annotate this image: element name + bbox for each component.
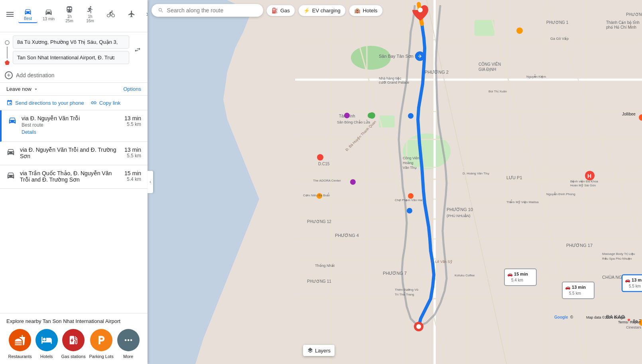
svg-text:(PHÚ NHUẬN): (PHÚ NHUẬN) (447, 213, 471, 218)
parking-label: Parking Lots (89, 354, 114, 359)
svg-text:Jollibee: Jollibee (622, 112, 636, 116)
origin-input[interactable] (13, 35, 129, 49)
gas-filter-label: Gas (280, 8, 290, 14)
transport-mode-drive[interactable]: 13 min (39, 6, 58, 23)
add-destination-button[interactable]: + Add destination (0, 68, 148, 82)
transport-mode-walk[interactable]: 1h 16m (81, 4, 100, 25)
layers-button[interactable]: Layers (303, 345, 335, 356)
search-icon (158, 7, 164, 14)
svg-point-55 (350, 179, 356, 185)
svg-text:5.5 km: 5.5 km (569, 291, 581, 296)
explore-gas-stations[interactable]: Gas stations (61, 329, 86, 359)
explore-more[interactable]: More (117, 329, 140, 359)
svg-text:Công Viên: Công Viên (403, 156, 419, 160)
transport-mode-transit[interactable]: 1h 25m (60, 4, 79, 25)
options-button[interactable]: Options (123, 86, 141, 92)
transport-transit-label: 1h 25m (63, 14, 76, 23)
destination-input[interactable] (13, 51, 129, 64)
plus-icon: + (5, 71, 13, 79)
svg-text:D. Lê Văn Sỹ: D. Lê Văn Sỹ (431, 260, 453, 264)
copy-link-label: Copy link (99, 100, 120, 106)
route-via-2: via Đ. Nguyễn Văn Trỗi and Đ. Trường Sơn (20, 147, 120, 159)
svg-text:PHƯỜNG 4: PHƯỜNG 4 (335, 233, 359, 238)
route-item-2[interactable]: via Đ. Nguyễn Văn Trỗi and Đ. Trường Sơn… (0, 142, 148, 165)
svg-text:Văn Thụ: Văn Thụ (403, 166, 417, 170)
route-info-3: via Trần Quốc Thảo, Đ. Nguyễn Văn Trỗi a… (20, 170, 120, 184)
route-line (7, 47, 8, 59)
route-time-1: 13 min (124, 115, 141, 121)
svg-text:H: H (587, 173, 591, 179)
svg-text:Nguyễn Đình Phùng: Nguyễn Đình Phùng (546, 192, 575, 196)
restaurants-label: Restaurants (8, 354, 32, 359)
options-label: Options (123, 86, 141, 92)
transport-drive-label: 13 min (43, 17, 55, 21)
input-dots (5, 35, 10, 65)
route-item-3[interactable]: via Trần Quốc Thảo, Đ. Nguyễn Văn Trỗi a… (0, 165, 148, 189)
filter-hotels[interactable]: 🏨 Hotels (349, 5, 383, 16)
leave-now-label: Leave now (6, 86, 32, 92)
send-directions-label: Send directions to your phone (15, 100, 84, 106)
menu-button[interactable] (5, 10, 15, 18)
route-time-3: 15 min (124, 170, 141, 176)
svg-point-54 (344, 113, 350, 118)
svg-text:PHƯỜNG 1: PHƯỜNG 1 (546, 20, 569, 25)
svg-point-30 (416, 324, 421, 329)
inputs-section (0, 32, 148, 68)
svg-text:Hoàng: Hoàng (403, 161, 414, 165)
transport-mode-flight[interactable] (122, 8, 141, 20)
route-time-2: 13 min (124, 147, 141, 153)
svg-text:Bùi Thị Xuân: Bùi Thị Xuân (488, 90, 507, 93)
leave-now-button[interactable]: Leave now (6, 86, 39, 92)
route-via-3: via Trần Quốc Thảo, Đ. Nguyễn Văn Trỗi a… (20, 170, 120, 183)
copy-link-button[interactable]: Copy link (91, 100, 120, 106)
svg-text:Chợ Phạm Văn Hai: Chợ Phạm Văn Hai (395, 198, 423, 202)
transport-mode-bike[interactable] (101, 8, 120, 20)
explore-icons: Restaurants Hotels Gas stations Parking … (6, 329, 141, 359)
transport-mode-best[interactable]: Best (18, 6, 37, 23)
swap-button[interactable] (132, 45, 143, 56)
route-car-icon-1 (8, 115, 17, 126)
route-search-input[interactable] (167, 7, 257, 14)
svg-text:D. Hoàng Văn Thụ: D. Hoàng Văn Thụ (463, 172, 489, 175)
transport-modes: Best 13 min 1h 25m 1h 16m (18, 4, 141, 25)
route-item-1[interactable]: via Đ. Nguyễn Văn Trỗi Best route Detail… (0, 110, 148, 142)
share-bar: Send directions to your phone Copy link (0, 96, 148, 110)
svg-text:🚗 15 min: 🚗 15 min (507, 271, 528, 277)
explore-restaurants[interactable]: Restaurants (8, 329, 32, 359)
hotels-filter-label: Hotels (363, 8, 378, 14)
send-directions-button[interactable]: Send directions to your phone (6, 100, 84, 106)
svg-text:Terms: Terms (618, 320, 628, 324)
svg-text:🚗 13 min: 🚗 13 min (565, 284, 586, 290)
svg-text:PHƯỜNG 7: PHƯỜNG 7 (383, 271, 407, 276)
ev-filter-label: EV charging (312, 8, 341, 14)
transport-walk-label: 1h 16m (84, 14, 96, 23)
svg-text:PHƯỜNG 10: PHƯỜNG 10 (447, 207, 473, 212)
explore-hotels[interactable]: Hotels (35, 329, 58, 359)
filter-ev-charging[interactable]: ⚡ EV charging (298, 5, 346, 16)
explore-parking[interactable]: Parking Lots (89, 329, 114, 359)
route-meta-2: 13 min 5.5 km (124, 147, 141, 159)
explore-title: Explore nearby Tan Son Nhat Internationa… (6, 318, 141, 324)
filter-gas[interactable]: ⛽ Gas (266, 5, 295, 16)
origin-dot (5, 40, 10, 45)
route-details-button-1[interactable]: Details (22, 128, 36, 137)
svg-text:Ga Gò Vấp: Ga Gò Vấp (550, 37, 569, 41)
svg-text:Hoàn Mỹ Sài Gòn: Hoàn Mỹ Sài Gòn (570, 184, 596, 187)
transport-best-label: Best (24, 16, 32, 21)
route-info-2: via Đ. Nguyễn Văn Trỗi and Đ. Trường Sơn (20, 147, 120, 160)
svg-text:©: © (570, 315, 573, 319)
svg-text:CÔNG VIÊN: CÔNG VIÊN (479, 62, 501, 67)
svg-text:Bệnh viện Đa Khoa: Bệnh viện Đa Khoa (570, 180, 599, 183)
close-button[interactable]: × (144, 9, 148, 20)
hotels-icon (35, 329, 58, 351)
route-meta-1: 13 min 5.5 km (124, 115, 141, 127)
collapse-panel-button[interactable] (148, 171, 153, 193)
restaurants-icon (9, 329, 31, 351)
svg-text:Thành Cần bộ tỉnh: Thành Cần bộ tỉnh (606, 20, 640, 25)
destination-dot (5, 60, 10, 65)
svg-text:Cơm Niêu Ba Buổi: Cơm Niêu Ba Buổi (303, 193, 330, 197)
svg-text:Trì Thổ Trang: Trì Thổ Trang (395, 292, 414, 296)
route-distance-2: 5.5 km (124, 153, 141, 159)
inputs-container (13, 35, 129, 64)
route-distance-1: 5.5 km (124, 121, 141, 127)
